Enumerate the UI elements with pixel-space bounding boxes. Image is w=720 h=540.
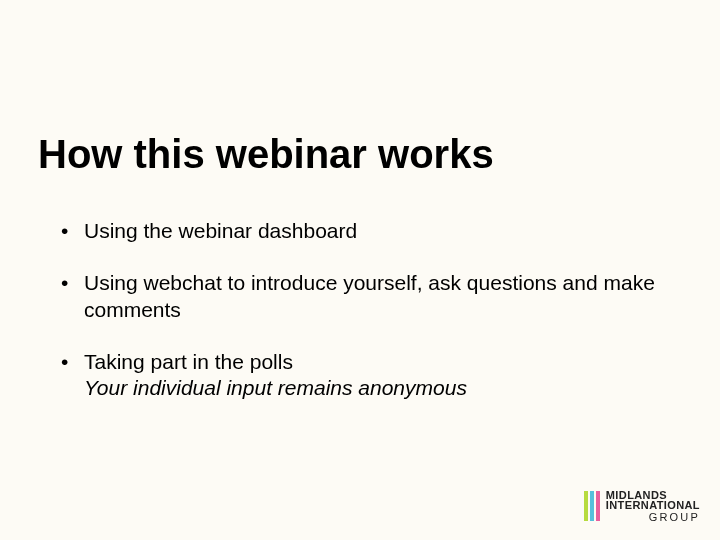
- bullet-item: Using the webinar dashboard: [58, 218, 660, 244]
- bullet-text: Using the webinar dashboard: [84, 219, 357, 242]
- slide-title: How this webinar works: [38, 132, 494, 176]
- bullet-text: Taking part in the polls: [84, 350, 293, 373]
- bullet-item: Using webchat to introduce yourself, ask…: [58, 270, 660, 323]
- bullet-list: Using the webinar dashboard Using webcha…: [58, 218, 660, 427]
- logo-line: GROUP: [606, 512, 700, 522]
- midlands-logo: MIDLANDS INTERNATIONAL GROUP: [584, 490, 700, 522]
- bullet-text: Using webchat to introduce yourself, ask…: [84, 271, 655, 320]
- logo-bars-icon: [584, 491, 600, 521]
- bullet-item: Taking part in the polls Your individual…: [58, 349, 660, 402]
- logo-text: MIDLANDS INTERNATIONAL GROUP: [606, 490, 700, 522]
- logo-line: INTERNATIONAL: [606, 500, 700, 510]
- bullet-note: Your individual input remains anonymous: [84, 375, 660, 401]
- slide: How this webinar works Using the webinar…: [0, 0, 720, 540]
